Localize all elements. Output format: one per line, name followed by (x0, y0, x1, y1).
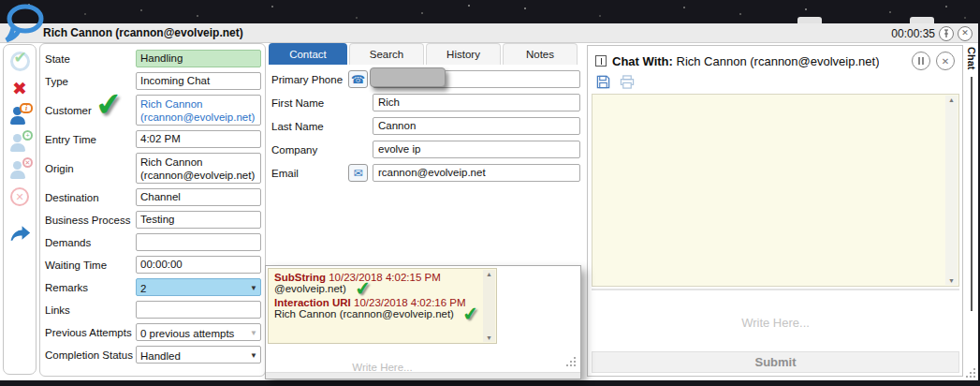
tab-contact[interactable]: Contact (269, 43, 347, 65)
agent-window: ✔ ✖ i + ✕ (0, 43, 978, 380)
chat-bubble-logo-icon (2, 2, 45, 45)
waiting-time-label: Waiting Time (45, 260, 136, 271)
add-participant-icon: + (9, 133, 30, 153)
previous-attempts-value: 0 previous attempts (140, 328, 234, 339)
chat-side-tab-label: Chat (966, 47, 977, 69)
business-process-row: Business Process Testing (45, 211, 261, 229)
contact-tabs: Contact Search History Notes (269, 43, 584, 65)
type-field[interactable]: Incoming Chat (136, 72, 261, 90)
window-titlebar: Rich Cannon (rcannon@evolveip.net) 00:00… (0, 23, 978, 43)
business-process-field[interactable]: Testing (136, 211, 261, 229)
remove-participant-button[interactable]: ✕ (8, 158, 31, 181)
scroll-up-icon[interactable]: ▲ (948, 96, 955, 103)
type-label: Type (45, 76, 136, 87)
tab-history[interactable]: History (426, 43, 501, 65)
remarks-value: 2 (140, 283, 146, 294)
customer-field[interactable]: Rich Cannon (rcannon@evolveip.net) (136, 95, 261, 126)
entry-time-field[interactable]: 4:02 PM (136, 130, 261, 148)
destination-row: Destination Channel (45, 188, 261, 206)
completion-status-label: Completion Status (45, 349, 136, 361)
print-transcript-button[interactable] (620, 75, 635, 93)
company-label: Company (271, 144, 348, 156)
pin-button[interactable] (939, 26, 954, 41)
hold-chat-button[interactable] (912, 52, 930, 70)
chat-message-input[interactable]: Write Here... (592, 289, 959, 354)
chat-history-area: ▲ ▼ (592, 94, 959, 287)
company-row: Company evolve ip (271, 141, 580, 158)
interaction-details-panel: State Handling Type Incoming Chat Custom… (39, 43, 266, 377)
accept-button[interactable]: ✔ (8, 50, 31, 72)
waiting-time-field[interactable]: 00:00:00 (136, 256, 261, 274)
chat-title: Chat With: Rich Cannon (rcannon@evolveip… (612, 54, 879, 68)
demands-label: Demands (45, 237, 136, 248)
completion-status-dropdown[interactable]: Handled ▼ (136, 346, 261, 364)
links-field[interactable] (136, 301, 261, 319)
email-row: Email ✉ rcannon@evolveip.net (271, 164, 580, 182)
chat-with-name: Rich Cannon (rcannon@evolveip.net) (677, 54, 880, 68)
entry-time-label: Entry Time (45, 134, 136, 145)
remarks-label: Remarks (45, 282, 136, 293)
remark-text: @evolveip.net) (274, 283, 346, 294)
state-field[interactable]: Handling (136, 50, 261, 67)
origin-field[interactable]: Rich Cannon (rcannon@evolveip.net) (136, 153, 261, 184)
chat-toolbar (588, 72, 962, 96)
remark-timestamp: 10/23/2018 4:02:16 PM (354, 297, 466, 308)
save-icon (596, 75, 610, 89)
reject-x-icon: ✖ (12, 78, 27, 99)
annotation-check-icon: ✔ (94, 87, 124, 122)
accept-check-icon: ✔ (10, 52, 30, 71)
remark-list: SubString 10/23/2018 4:02:15 PM @evolvei… (268, 268, 497, 344)
end-interaction-button[interactable]: ✕ (8, 186, 31, 208)
scroll-down-icon[interactable]: ▼ (948, 277, 955, 284)
last-name-label: Last Name (271, 121, 348, 132)
remark-timestamp: 10/23/2018 4:02:15 PM (329, 272, 441, 283)
remark-list-scrollbar[interactable]: ▲ ▼ (483, 270, 495, 342)
submit-button[interactable]: Submit (592, 351, 959, 373)
previous-attempts-dropdown[interactable]: 0 previous attempts ▼ (136, 323, 261, 341)
destination-field[interactable]: Channel (136, 188, 261, 206)
customer-chat-button[interactable]: i (8, 104, 31, 126)
remark-entry: Interaction URI 10/23/2018 4:02:16 PM Ri… (274, 297, 479, 319)
state-row: State Handling (45, 50, 261, 67)
demands-field[interactable] (136, 233, 261, 251)
speech-bubble-icon: i (20, 103, 33, 113)
annotation-check-icon: ✔ (463, 313, 479, 315)
save-transcript-button[interactable] (596, 75, 610, 93)
reject-button[interactable]: ✖ (8, 77, 31, 99)
links-row: Links (45, 301, 261, 319)
previous-attempts-row: Previous Attempts 0 previous attempts ▼ (45, 323, 261, 341)
first-name-field[interactable]: Rich (373, 94, 580, 111)
scroll-down-icon[interactable]: ▼ (486, 334, 492, 341)
chat-with-label: Chat With: (612, 54, 673, 68)
state-label: State (45, 53, 136, 65)
close-window-button[interactable]: ✕ (958, 26, 973, 41)
remarks-dropdown[interactable]: 2 ▼ (136, 278, 261, 296)
scroll-up-icon[interactable]: ▲ (486, 271, 492, 277)
pause-icon (918, 57, 924, 65)
destination-label: Destination (45, 192, 136, 203)
send-email-button[interactable]: ✉ (348, 164, 368, 182)
add-participant-button[interactable]: + (8, 131, 31, 154)
window-title: Rich Cannon (rcannon@evolveip.net) (43, 26, 243, 39)
completion-status-value: Handled (140, 350, 181, 362)
remarks-popup: SubString 10/23/2018 4:02:15 PM @evolvei… (265, 265, 581, 379)
transfer-button[interactable] (8, 222, 31, 245)
chat-scrollbar[interactable]: ▲ ▼ (945, 96, 958, 285)
dial-button[interactable]: ☎ (348, 70, 368, 88)
close-chat-button[interactable]: ✕ (936, 52, 955, 70)
company-field[interactable]: evolve ip (373, 141, 580, 158)
entry-time-row: Entry Time 4:02 PM (45, 130, 261, 148)
origin-row: Origin Rich Cannon (rcannon@evolveip.net… (45, 153, 261, 184)
remark-title: SubString (274, 272, 326, 283)
chat-side-tab[interactable]: Chat (965, 43, 978, 377)
tab-search[interactable]: Search (349, 43, 424, 65)
tab-notes[interactable]: Notes (503, 43, 578, 65)
last-name-field[interactable]: Cannon (373, 117, 580, 135)
side-tab-divider (971, 77, 973, 311)
window-resize-grip[interactable] (964, 366, 977, 379)
print-icon (620, 75, 635, 89)
chevron-down-icon: ▼ (250, 329, 257, 337)
email-field[interactable]: rcannon@evolveip.net (373, 164, 580, 182)
email-icon: ✉ (353, 167, 362, 180)
popup-resize-grip[interactable] (564, 355, 578, 368)
